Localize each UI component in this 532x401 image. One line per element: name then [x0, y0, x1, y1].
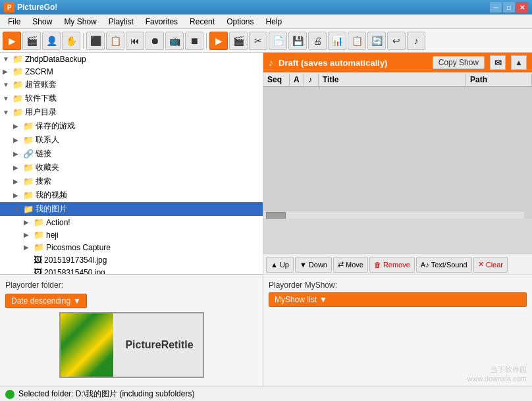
tree-item[interactable]: ▶📁Action! [0, 216, 263, 228]
toolbar-btn-9[interactable]: 📺 [165, 32, 184, 50]
tree-item[interactable]: ▶📁保存的游戏 [0, 119, 263, 133]
tree-item[interactable]: ▼📁超管账套 [0, 78, 263, 92]
tree-toggle[interactable]: ▶ [13, 136, 21, 144]
remove-button[interactable]: 🗑 Remove [369, 257, 415, 273]
title-bar: P PictureGo! ─ □ ✕ [0, 0, 532, 14]
toolbar-right-btn-10[interactable]: ♪ [407, 32, 425, 50]
tree-icon: 📁 [34, 217, 44, 227]
toolbar-right-btn-8[interactable]: 🔄 [367, 32, 386, 50]
tree-item[interactable]: ▼📁我的图片 [0, 202, 263, 216]
menu-item-playlist[interactable]: Playlist [103, 16, 139, 28]
toolbar-btn-2[interactable]: 👤 [42, 32, 61, 50]
tree-label: ZSCRM [25, 67, 53, 76]
tree-item[interactable]: 🖼20151917354l.jpg [0, 254, 263, 266]
menu-item-recent[interactable]: Recent [184, 16, 220, 28]
tree-item[interactable]: ▶📁搜索 [0, 174, 263, 188]
clear-button[interactable]: ✕ Clear [473, 257, 508, 273]
menu-item-help[interactable]: Help [261, 16, 288, 28]
down-button[interactable]: ▼ Down [295, 257, 332, 273]
tree-item[interactable]: ▼📁用户目录 [0, 105, 263, 119]
toolbar-right-btn-2[interactable]: ✂ [249, 32, 267, 50]
playorder-folder-value: Date descending [11, 296, 70, 306]
show-table[interactable]: Seq A ♪ Title Path [263, 72, 532, 254]
title-left: P PictureGo! [4, 2, 57, 13]
tree-item[interactable]: ▶🔗链接 [0, 147, 263, 161]
tree-icon: 🖼 [34, 255, 42, 265]
toolbar-right-btn-7[interactable]: 📋 [348, 32, 366, 50]
tree-item[interactable]: ▶📁我的视频 [0, 188, 263, 202]
right-panel: ♪ Draft (saves automatically) Copy Show … [263, 53, 532, 387]
toolbar-btn-7[interactable]: ⏮ [126, 32, 144, 50]
move-button[interactable]: ⇄ Move [333, 257, 368, 273]
tree-label: Action! [46, 218, 70, 227]
myshow-dropdown[interactable]: MyShow list ▼ [269, 292, 527, 307]
maximize-button[interactable]: □ [503, 2, 515, 13]
tree-item[interactable]: 🖼20158315450.jpg [0, 266, 263, 275]
toolbar-btn-10[interactable]: ⏹ [185, 32, 203, 50]
menu-item-options[interactable]: Options [221, 16, 259, 28]
toolbar-right-btn-9[interactable]: ↩ [387, 32, 406, 50]
tree-item[interactable]: ▶📁ZSCRM [0, 65, 263, 78]
myshow-value: MyShow list [275, 295, 317, 304]
toolbar-btn-8[interactable]: ⏺ [146, 32, 164, 50]
tree-icon: 📁 [23, 121, 34, 131]
tree-toggle[interactable]: ▶ [24, 219, 32, 226]
minimize-button[interactable]: ─ [490, 2, 502, 13]
menu-item-my-show[interactable]: My Show [59, 16, 101, 28]
toolbar-right-btn-3[interactable]: 📄 [269, 32, 287, 50]
copy-show-button[interactable]: Copy Show [433, 56, 485, 69]
music-icon: ♪ [269, 57, 273, 68]
toolbar-btn-0[interactable]: ▶ [3, 32, 21, 50]
text-sound-button[interactable]: A♪ Text/Sound [416, 257, 472, 273]
tree-label: 我的图片 [36, 203, 67, 215]
tree-toggle[interactable]: ▶ [13, 150, 21, 157]
tree-toggle[interactable]: ▼ [3, 109, 11, 116]
toolbar-btn-6[interactable]: 📋 [106, 32, 124, 50]
show-table-scroll[interactable] [263, 87, 532, 219]
tree-label: 20158315450.jpg [44, 268, 105, 275]
playorder-folder-dropdown[interactable]: Date descending ▼ [5, 294, 87, 308]
horizontal-scrollbar[interactable] [263, 211, 524, 219]
draft-mail-button[interactable]: ✉ [490, 55, 506, 70]
tree-item[interactable]: ▼📁软件下载 [0, 92, 263, 105]
tree-toggle[interactable]: ▶ [13, 178, 21, 185]
tree-toggle[interactable]: ▼ [3, 95, 11, 102]
tree-toggle[interactable]: ▶ [13, 164, 21, 171]
draft-up-button[interactable]: ▲ [511, 55, 527, 70]
mail-icon: ✉ [494, 58, 502, 68]
menu-bar: FileShowMy ShowPlaylistFavoritesRecentOp… [0, 14, 532, 29]
tree-icon: 📁 [23, 163, 34, 173]
tree-toggle[interactable]: ▶ [24, 244, 32, 251]
toolbar-right-btn-1[interactable]: 🎬 [229, 32, 248, 50]
tree-label: 用户目录 [25, 107, 57, 118]
toolbar-right-btn-0[interactable]: ▶ [209, 32, 228, 50]
toolbar-right-btn-4[interactable]: 💾 [288, 32, 307, 50]
tree-toggle[interactable]: ▶ [13, 192, 21, 199]
tree-toggle[interactable]: ▼ [3, 55, 11, 63]
tree-toggle[interactable]: ▶ [24, 231, 32, 238]
toolbar-btn-1[interactable]: 🎬 [22, 32, 41, 50]
tree-item[interactable]: ▶📁收藏夹 [0, 161, 263, 174]
toolbar-btn-5[interactable]: ⬛ [86, 32, 105, 50]
scrollbar-thumb[interactable] [266, 212, 286, 219]
file-tree[interactable]: ▼📁ZhdpDataBackup▶📁ZSCRM▼📁超管账套▼📁软件下载▼📁用户目… [0, 53, 263, 275]
tree-item[interactable]: ▶📁heji [0, 228, 263, 241]
toolbar-right-btn-6[interactable]: 📊 [328, 32, 346, 50]
close-button[interactable]: ✕ [516, 2, 528, 13]
clear-icon: ✕ [478, 260, 484, 269]
toolbar-btn-3[interactable]: ✋ [62, 32, 80, 50]
tree-toggle[interactable]: ▼ [3, 81, 11, 88]
menu-item-show[interactable]: Show [27, 16, 57, 28]
tree-item[interactable]: ▶📁Picosmos Capture [0, 241, 263, 254]
tree-toggle[interactable]: ▶ [13, 122, 21, 130]
tree-icon: 📁 [23, 190, 34, 200]
tree-label: 保存的游戏 [36, 120, 75, 132]
tree-item[interactable]: ▶📁联系人 [0, 133, 263, 147]
toolbar-right-btn-5[interactable]: 🖨 [308, 32, 327, 50]
tree-item[interactable]: ▼📁ZhdpDataBackup [0, 53, 263, 65]
tree-toggle[interactable]: ▶ [3, 68, 11, 75]
tree-toggle[interactable]: ▼ [13, 205, 21, 213]
up-button[interactable]: ▲ Up [266, 257, 294, 273]
menu-item-file[interactable]: File [3, 16, 26, 28]
menu-item-favorites[interactable]: Favorites [140, 16, 183, 28]
